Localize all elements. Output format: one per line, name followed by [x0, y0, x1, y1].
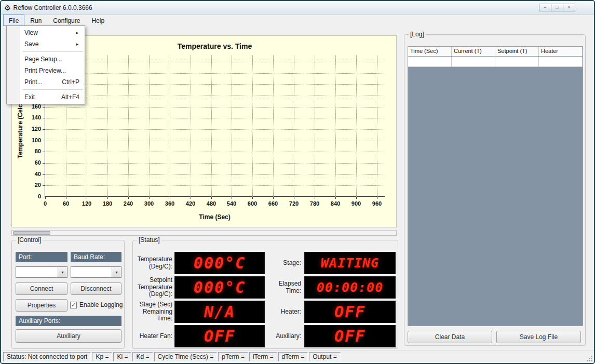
gridline-vertical — [377, 55, 377, 197]
plot-area: 0601201802403003604204805406006607207808… — [45, 55, 385, 197]
x-axis-tick — [273, 197, 274, 199]
properties-button[interactable]: Properties — [16, 299, 67, 312]
x-axis-tick — [149, 197, 150, 199]
y-axis-tick — [43, 152, 45, 152]
menu-item-print[interactable]: Print...Ctrl+P — [7, 76, 85, 88]
x-tick-label: 480 — [207, 200, 216, 207]
gridline-horizontal — [45, 62, 385, 62]
baud-rate-header: Baud Rate: — [71, 252, 121, 262]
x-axis-tick — [66, 197, 66, 199]
gridline-vertical — [273, 55, 274, 197]
connect-button[interactable]: Connect — [16, 282, 67, 295]
baud-rate-combobox[interactable]: ▼ — [71, 266, 121, 278]
close-button[interactable]: × — [563, 4, 575, 11]
stage-remaining-time-display: N/A — [174, 301, 265, 323]
gridline-vertical — [170, 55, 170, 197]
menu-item-view[interactable]: View► — [7, 27, 85, 38]
gridline-vertical — [356, 55, 357, 197]
y-tick-label: 0 — [23, 193, 41, 199]
status-group: [Status] Temperature (Deg/C): 000°C Setp… — [132, 240, 398, 349]
titlebar[interactable]: ⚙ Reflow Controller 6.0.0.3666 − □ × — [1, 1, 594, 15]
menubar-item-file[interactable]: File — [3, 15, 24, 26]
elapsed-time-display: 00:00:00 — [304, 276, 396, 299]
y-tick-label: 120 — [23, 126, 41, 132]
gridline-horizontal — [45, 73, 385, 74]
x-axis-tick — [170, 197, 170, 199]
stage-remaining-time-label: Stage (Sec) Remaining Time: — [134, 301, 172, 323]
x-axis-tick — [294, 197, 294, 199]
statusbar-item-ki: Ki = — [113, 352, 131, 361]
gridline-horizontal — [45, 152, 385, 152]
log-column-header-time-sec[interactable]: Time (Sec) — [408, 47, 452, 56]
log-column-header-current-t[interactable]: Current (T) — [452, 47, 495, 56]
chart-scrollbar[interactable] — [11, 230, 397, 236]
log-column-header-heater[interactable]: Heater — [539, 47, 583, 56]
status-group-label: [Status] — [137, 236, 161, 244]
x-axis-tick — [211, 197, 212, 199]
x-axis-tick — [87, 197, 87, 199]
maximize-button[interactable]: □ — [551, 4, 563, 11]
menu-item-page-setup[interactable]: Page Setup... — [7, 53, 85, 65]
menu-item-exit[interactable]: ExitAlt+F4 — [7, 91, 85, 103]
menu-item-label: Save — [24, 41, 38, 48]
menu-item-print-preview[interactable]: Print Preview... — [7, 65, 85, 76]
window-title: Reflow Controller 6.0.0.3666 — [13, 4, 92, 11]
disconnect-button[interactable]: Disconnect — [71, 282, 121, 295]
gridline-horizontal — [45, 185, 385, 186]
y-axis-tick — [43, 107, 45, 107]
x-axis-tick — [252, 197, 253, 199]
gridline-vertical — [335, 55, 336, 197]
menubar-item-help[interactable]: Help — [86, 15, 110, 26]
port-combobox[interactable]: ▼ — [16, 266, 67, 278]
chart-scrollbar-thumb[interactable] — [13, 231, 50, 235]
clear-data-button[interactable]: Clear Data — [408, 331, 492, 343]
x-tick-label: 120 — [82, 200, 91, 207]
resize-grip-icon[interactable] — [586, 355, 593, 362]
gridline-horizontal — [45, 118, 385, 118]
statusbar-item-status-not-connected-to-port: Status: Not connected to port — [3, 352, 91, 361]
gridline-horizontal — [45, 174, 385, 175]
y-axis-tick — [43, 118, 45, 118]
statusbar-item-dterm: dTerm = — [278, 352, 308, 361]
log-table-row — [408, 57, 583, 67]
control-group: [Control] Port: Baud Rate: ▼ ▼ Connect D… — [11, 240, 125, 349]
gridline-vertical — [252, 55, 253, 197]
log-column-header-setpoint-t[interactable]: Setpoint (T) — [495, 47, 539, 56]
menu-item-label: Exit — [24, 93, 35, 101]
auxiliary-button[interactable]: Auxiliary — [16, 329, 121, 343]
chevron-down-icon[interactable]: ▼ — [112, 267, 121, 277]
log-cell — [408, 57, 452, 66]
x-axis-tick — [107, 197, 108, 199]
menu-item-save[interactable]: Save► — [7, 38, 85, 50]
gridline-vertical — [107, 55, 108, 197]
y-tick-label: 20 — [23, 182, 41, 188]
statusbar-item-iterm: iTerm = — [249, 352, 277, 361]
control-group-label: [Control] — [16, 236, 43, 244]
menubar-item-run[interactable]: Run — [24, 15, 47, 26]
y-axis-tick — [43, 163, 45, 164]
menubar: FileRunConfigureHelp — [1, 15, 594, 26]
gridline-vertical — [87, 55, 87, 197]
menu-shortcut: Ctrl+P — [62, 78, 79, 86]
minimize-button[interactable]: − — [539, 4, 551, 11]
x-axis-tick — [315, 197, 315, 199]
gridline-horizontal — [45, 84, 385, 85]
heater-display: OFF — [304, 301, 396, 323]
enable-logging-checkbox[interactable]: ✓ Enable Logging — [70, 301, 123, 308]
heater-fan-label: Heater Fan: — [134, 325, 172, 347]
y-axis-tick — [43, 185, 45, 186]
x-axis-tick — [377, 197, 377, 199]
gridline-horizontal — [45, 141, 385, 141]
gridline-vertical — [128, 55, 129, 197]
y-axis-tick — [43, 129, 45, 130]
menubar-item-configure[interactable]: Configure — [47, 15, 86, 26]
y-tick-label: 40 — [23, 171, 41, 177]
app-gear-icon: ⚙ — [4, 4, 11, 11]
save-log-file-button[interactable]: Save Log File — [496, 331, 581, 343]
temperature-display: 000°C — [174, 252, 265, 274]
statusbar: Status: Not connected to portKp =Ki =Kd … — [1, 350, 594, 363]
gridline-vertical — [294, 55, 294, 197]
x-tick-label: 840 — [331, 200, 340, 207]
chevron-down-icon[interactable]: ▼ — [58, 267, 67, 277]
x-axis-tick — [191, 197, 191, 199]
